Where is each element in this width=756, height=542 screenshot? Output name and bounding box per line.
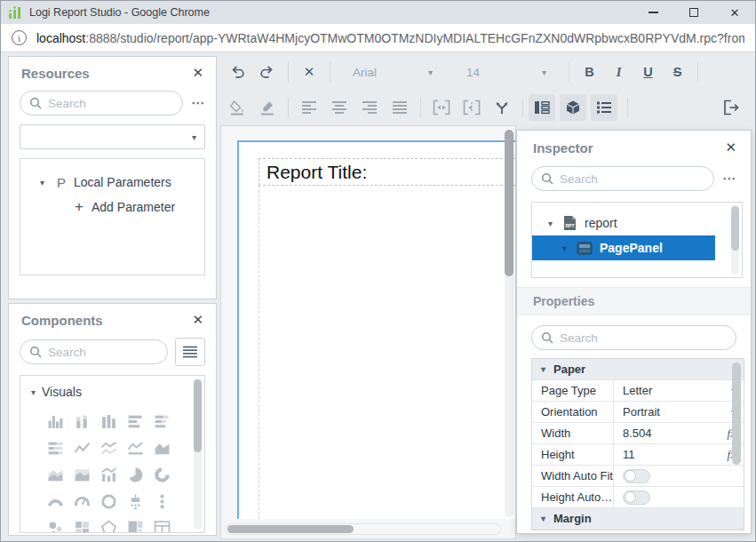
close-icon[interactable]: ✕	[192, 65, 203, 81]
canvas-horizontal-scrollbar[interactable]	[225, 523, 501, 535]
properties-search-field[interactable]	[560, 331, 727, 345]
align-right-button[interactable]	[354, 94, 385, 121]
scrollbar-thumb[interactable]	[194, 379, 202, 452]
scrollbar-thumb[interactable]	[505, 130, 513, 276]
visual-dot-column-chart-icon[interactable]	[153, 492, 171, 510]
bold-button[interactable]: B	[575, 65, 604, 79]
fill-color-button[interactable]	[222, 94, 252, 121]
property-section-margin[interactable]: ▾Margin	[532, 508, 744, 530]
visual-semi-gauge-chart-icon[interactable]	[46, 492, 64, 510]
font-family-select[interactable]: Arial ▾	[343, 59, 442, 85]
visual-radar-chart-icon[interactable]	[99, 519, 117, 533]
align-center-button[interactable]	[324, 94, 354, 121]
visual-pie-chart-icon[interactable]	[126, 466, 144, 483]
components-search-field[interactable]	[48, 346, 158, 359]
inspector-search-input[interactable]	[531, 166, 714, 191]
visual-gauge-chart-icon[interactable]	[73, 492, 91, 510]
visual-full-stacked-area-chart-icon[interactable]	[73, 466, 91, 483]
visual-treemap-chart-icon[interactable]	[126, 519, 144, 533]
property-section-paper[interactable]: ▾Paper	[532, 359, 744, 380]
more-options-icon[interactable]: ⋯	[191, 95, 205, 111]
visual-column-chart-icon[interactable]	[46, 412, 64, 430]
properties-search-input[interactable]	[531, 325, 736, 350]
exit-button[interactable]	[716, 94, 746, 121]
properties-scrollbar-thumb[interactable]	[732, 363, 741, 465]
component-list-view-button[interactable]	[175, 338, 205, 366]
visual-full-stacked-bar-chart-icon[interactable]	[46, 439, 64, 457]
toggle-resources-panel-button[interactable]	[529, 94, 555, 121]
toggle-components-panel-button[interactable]	[560, 94, 586, 121]
undo-button[interactable]	[222, 59, 252, 85]
inspector-search-field[interactable]	[560, 172, 704, 186]
visual-line-chart-icon[interactable]	[73, 439, 91, 457]
redo-button[interactable]	[252, 59, 283, 85]
strikethrough-button[interactable]: S	[663, 65, 692, 79]
visuals-section-header[interactable]: ▾ Visuals	[31, 385, 204, 399]
components-search-input[interactable]	[20, 339, 168, 364]
resource-type-dropdown[interactable]: ▾	[20, 124, 205, 149]
minimize-button[interactable]	[633, 1, 673, 24]
tree-item-local-parameters[interactable]: ▾ P Local Parameters	[20, 170, 204, 195]
italic-button[interactable]: I	[604, 65, 633, 80]
visual-stacked-bar-chart-icon[interactable]	[153, 412, 171, 430]
font-color-button[interactable]	[252, 94, 283, 121]
visual-stacked-line-chart-icon[interactable]	[99, 439, 117, 457]
inspector-panel: Inspector ✕ ⋯ ▾ RPT report ▾	[516, 130, 752, 534]
merge-cells-button[interactable]	[426, 94, 457, 121]
visual-heatmap-chart-icon[interactable]	[73, 519, 91, 533]
property-value-formula[interactable]: 8.504fx	[614, 423, 744, 443]
canvas-vertical-scrollbar[interactable]	[505, 130, 513, 517]
visual-ring-gauge-chart-icon[interactable]	[99, 492, 117, 510]
underline-button[interactable]: U	[633, 65, 663, 79]
add-parameter-button[interactable]: + Add Parameter	[20, 195, 204, 219]
delete-button[interactable]: ✕	[294, 59, 324, 85]
components-scrollbar[interactable]	[194, 379, 202, 530]
close-window-button[interactable]: ✕	[714, 1, 755, 24]
address-url[interactable]: localhost:8888/studio/report/app-YWRtaW4…	[36, 31, 744, 45]
delete-icon: ✕	[304, 64, 315, 80]
visual-bar-chart-icon[interactable]	[126, 412, 144, 430]
chevron-down-icon[interactable]: ▾	[40, 178, 52, 187]
resources-search-input[interactable]	[20, 91, 183, 116]
align-justify-button[interactable]	[385, 94, 415, 121]
visual-clustered-column-chart-icon[interactable]	[99, 412, 117, 430]
close-icon[interactable]: ✕	[725, 139, 736, 155]
visual-table-chart-icon[interactable]	[153, 519, 171, 533]
maximize-button[interactable]	[673, 1, 714, 24]
more-options-icon[interactable]: ⋯	[722, 171, 736, 187]
report-page[interactable]: Report Title:	[237, 140, 516, 519]
toggle-inspector-panel-button[interactable]	[591, 94, 617, 121]
tree-scrollbar[interactable]	[731, 205, 739, 275]
resources-search-field[interactable]	[48, 97, 173, 110]
merge-flow-button[interactable]	[487, 94, 517, 121]
property-value-dropdown[interactable]: Portrait▾	[614, 402, 744, 422]
close-icon[interactable]: ✕	[192, 312, 203, 328]
toggle-switch[interactable]	[623, 469, 650, 483]
property-value-dropdown[interactable]: Letter▾	[614, 380, 744, 401]
visual-area-chart-icon[interactable]	[153, 439, 171, 457]
close-icon: ✕	[730, 6, 740, 20]
toggle-switch[interactable]	[623, 490, 650, 505]
split-cells-button[interactable]	[457, 94, 487, 121]
chevron-down-icon[interactable]: ▾	[562, 243, 577, 253]
property-row: OrientationPortrait▾	[532, 402, 744, 423]
visual-stacked-column-chart-icon[interactable]	[73, 412, 91, 430]
visual-stacked-area-chart-icon[interactable]	[46, 466, 64, 483]
chevron-down-icon[interactable]: ▾	[548, 219, 562, 228]
visual-box-plot-chart-icon[interactable]	[126, 492, 144, 510]
property-value-toggle	[614, 487, 744, 507]
report-title-cell[interactable]: Report Title:	[259, 158, 516, 186]
font-size-select[interactable]: 14 ▾	[457, 59, 556, 85]
property-value-formula[interactable]: 11fx	[614, 444, 744, 465]
page-info-icon[interactable]: i	[12, 30, 27, 45]
visual-donut-chart-icon[interactable]	[153, 466, 171, 483]
tree-item-pagepanel[interactable]: ▾ PagePanel	[532, 235, 715, 260]
align-left-button[interactable]	[294, 94, 324, 121]
visual-bubble-chart-icon[interactable]	[46, 519, 64, 533]
visual-benchmark-line-chart-icon[interactable]	[126, 439, 144, 457]
scrollbar-thumb[interactable]	[227, 525, 354, 533]
tree-item-report[interactable]: ▾ RPT report	[532, 211, 742, 235]
paint-bucket-icon	[228, 99, 246, 116]
scrollbar-thumb[interactable]	[731, 206, 739, 251]
visual-combination-chart-icon[interactable]	[99, 466, 117, 483]
